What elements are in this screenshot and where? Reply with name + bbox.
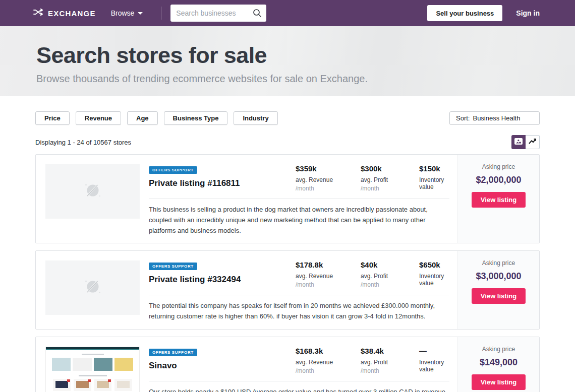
sort-label: Sort: — [456, 114, 470, 122]
storefront-hero-images — [52, 358, 133, 371]
stat-avg-profit: $300k avg. Profit /month — [361, 164, 419, 192]
storefront-product-row — [53, 379, 132, 391]
sign-in-link[interactable]: Sign in — [516, 9, 540, 17]
offers-support-badge: OFFERS SUPPORT — [149, 349, 197, 356]
search-input[interactable] — [170, 5, 266, 22]
listing-stats: $359k avg. Revenue /month $300k avg. Pro… — [296, 164, 449, 192]
card-divider — [149, 381, 449, 381]
top-navbar: EXCHANGE Browse Sell your business Sign … — [0, 0, 575, 26]
graph-view-toggle-button[interactable] — [526, 135, 540, 149]
filter-age-button[interactable]: Age — [127, 111, 158, 125]
search-box — [170, 5, 266, 22]
chevron-down-icon — [138, 12, 143, 15]
view-toggle — [511, 135, 540, 149]
listing-card: OFFERS SUPPORT Private listing #332494 $… — [35, 250, 540, 330]
browse-menu[interactable]: Browse — [111, 9, 143, 17]
nav-divider — [161, 7, 161, 20]
image-card-icon — [514, 138, 523, 147]
asking-price-panel: Asking price $2,000,000 View listing — [457, 155, 539, 243]
listing-details: OFFERS SUPPORT Sinavo $168.3k avg. Reven… — [140, 337, 457, 392]
sell-your-business-button[interactable]: Sell your business — [427, 5, 502, 21]
filter-bar: Price Revenue Age Business Type Industry… — [35, 111, 540, 125]
stat-avg-revenue: $168.3k avg. Revenue /month — [296, 347, 361, 374]
stat-inventory-value: — Inventory value — [419, 347, 449, 374]
no-image-placeholder-icon — [81, 181, 104, 202]
no-image-placeholder-icon — [81, 277, 104, 298]
listing-cards: OFFERS SUPPORT Private listing #116811 $… — [35, 154, 540, 392]
offers-support-badge: OFFERS SUPPORT — [149, 263, 197, 270]
page-title: Search stores for sale — [36, 42, 575, 69]
view-listing-button[interactable]: View listing — [472, 374, 526, 390]
card-view-toggle-button[interactable] — [511, 135, 526, 149]
listing-thumbnail[interactable] — [45, 260, 140, 315]
filter-revenue-button[interactable]: Revenue — [76, 111, 121, 125]
hero-banner: Search stores for sale Browse thousands … — [0, 26, 575, 96]
view-listing-button[interactable]: View listing — [472, 288, 526, 304]
asking-price-panel: Asking price $3,000,000 View listing — [457, 251, 539, 329]
stat-inventory-value: $650k Inventory value — [419, 260, 449, 288]
listing-description: The potential this company has speaks fo… — [149, 301, 449, 322]
stat-avg-profit: $38.4k avg. Profit /month — [361, 347, 419, 374]
listing-thumbnail[interactable] — [45, 164, 140, 219]
stat-avg-revenue: $359k avg. Revenue /month — [296, 164, 361, 192]
trend-line-icon — [528, 138, 537, 147]
asking-price-panel: Asking price $149,000 View listing — [457, 337, 539, 392]
card-divider — [149, 295, 449, 295]
listing-thumbnail[interactable] — [45, 347, 140, 392]
stat-inventory-value: $150k Inventory value — [419, 164, 449, 192]
main-content: Price Revenue Age Business Type Industry… — [0, 111, 575, 392]
asking-price-value: $2,000,000 — [458, 175, 539, 185]
filter-industry-button[interactable]: Industry — [234, 111, 277, 125]
page-subtitle: Browse thousands of trending ecommerce w… — [36, 73, 575, 85]
card-divider — [149, 199, 449, 199]
listing-stats: $178.8k avg. Revenue /month $40k avg. Pr… — [296, 260, 449, 288]
results-count: Displaying 1 - 24 of 10567 stores — [35, 139, 131, 146]
listing-description: This business is selling a product in th… — [149, 205, 449, 236]
storefront-accent-bar — [46, 349, 139, 350]
listing-details: OFFERS SUPPORT Private listing #332494 $… — [140, 251, 457, 329]
shuffle-icon — [33, 8, 43, 18]
offers-support-badge: OFFERS SUPPORT — [149, 166, 197, 174]
listing-title[interactable]: Private listing #116811 — [149, 178, 296, 188]
listing-stats: $168.3k avg. Revenue /month $38.4k avg. … — [296, 347, 449, 374]
listing-card: OFFERS SUPPORT Private listing #116811 $… — [35, 154, 540, 243]
listing-description: Our store holds nearly a $100 USD Averag… — [149, 387, 449, 392]
storefront-collection-heading — [79, 375, 107, 376]
brand-name: EXCHANGE — [48, 9, 96, 18]
listing-details: OFFERS SUPPORT Private listing #116811 $… — [140, 155, 457, 243]
asking-price-label: Asking price — [458, 259, 539, 267]
asking-price-label: Asking price — [458, 346, 539, 353]
listing-card: OFFERS SUPPORT Sinavo $168.3k avg. Reven… — [35, 337, 540, 392]
asking-price-value: $149,000 — [458, 357, 539, 368]
listing-title[interactable]: Private listing #332494 — [149, 275, 296, 285]
brand-logo[interactable]: EXCHANGE — [33, 8, 96, 18]
filter-price-button[interactable]: Price — [35, 111, 70, 125]
asking-price-value: $3,000,000 — [458, 271, 539, 282]
sort-dropdown[interactable]: Sort: Business Health — [449, 111, 540, 125]
storefront-heading — [82, 354, 104, 355]
browse-label: Browse — [111, 9, 135, 17]
sort-selected-value: Business Health — [473, 114, 520, 122]
listing-title[interactable]: Sinavo — [149, 361, 296, 371]
view-listing-button[interactable]: View listing — [472, 192, 526, 208]
stat-avg-profit: $40k avg. Profit /month — [361, 260, 419, 288]
search-icon[interactable] — [253, 9, 262, 20]
filter-business-type-button[interactable]: Business Type — [164, 111, 228, 125]
asking-price-label: Asking price — [458, 163, 539, 170]
stat-avg-revenue: $178.8k avg. Revenue /month — [296, 260, 361, 288]
results-bar: Displaying 1 - 24 of 10567 stores — [35, 135, 540, 149]
